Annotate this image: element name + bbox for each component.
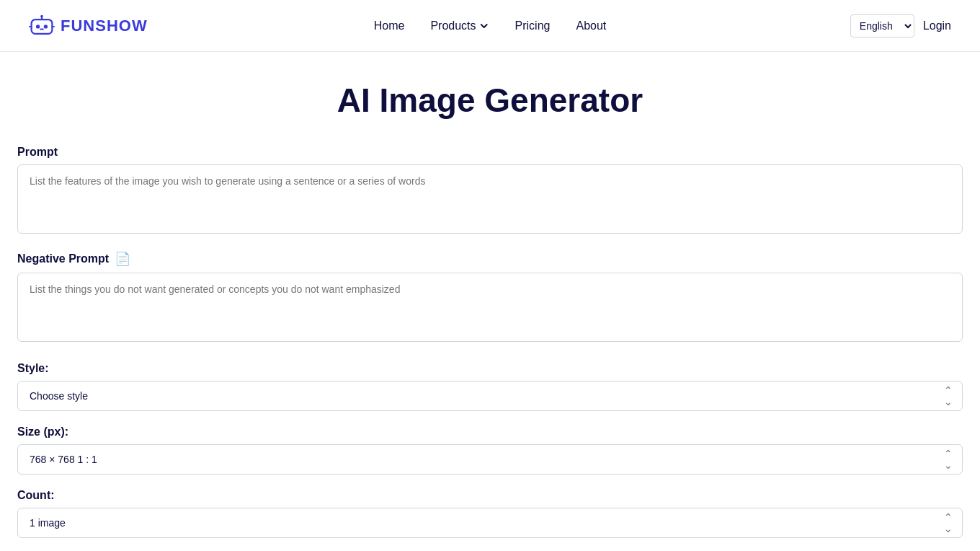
size-select-wrapper: 768 × 768 1 : 1 512 × 512 1 : 1 768 × 51…: [17, 444, 963, 475]
doc-icon: 📄: [115, 251, 130, 267]
nav-about[interactable]: About: [576, 19, 606, 32]
prompt-textarea[interactable]: [17, 164, 963, 234]
style-select[interactable]: Choose style Realistic Anime Painting Sk…: [17, 381, 963, 411]
nav-pricing[interactable]: Pricing: [515, 19, 551, 32]
page-title: AI Image Generator: [17, 81, 963, 120]
negative-prompt-textarea[interactable]: [17, 273, 963, 342]
svg-point-5: [40, 14, 43, 17]
logo-link[interactable]: FUNSHOW: [29, 13, 148, 39]
style-select-wrapper: Choose style Realistic Anime Painting Sk…: [17, 381, 963, 411]
svg-rect-0: [32, 19, 53, 34]
navbar: FUNSHOW Home Products Pricing About Engl…: [0, 0, 980, 52]
generator-form: Prompt Negative Prompt 📄 Style: Choose s…: [17, 146, 963, 551]
brand-name: FUNSHOW: [61, 17, 148, 35]
style-label: Style:: [17, 362, 963, 375]
svg-rect-3: [40, 28, 43, 30]
language-select[interactable]: English 中文 日本語 Español: [850, 14, 914, 38]
negative-prompt-label: Negative Prompt 📄: [17, 251, 963, 267]
main-content: AI Image Generator Prompt Negative Promp…: [0, 52, 980, 551]
nav-links: Home Products Pricing About: [374, 19, 607, 32]
svg-point-2: [44, 25, 48, 28]
size-label: Size (px):: [17, 426, 963, 438]
nav-right: English 中文 日本語 Español Login: [850, 14, 951, 38]
svg-point-1: [36, 25, 40, 28]
count-select-wrapper: 1 image 2 images 3 images 4 images ⌃⌄: [17, 508, 963, 538]
nav-products[interactable]: Products: [430, 19, 489, 32]
count-label: Count:: [17, 489, 963, 502]
count-select[interactable]: 1 image 2 images 3 images 4 images: [17, 508, 963, 538]
prompt-label: Prompt: [17, 146, 963, 159]
nav-home[interactable]: Home: [374, 19, 405, 32]
chevron-down-icon: [479, 21, 489, 31]
login-link[interactable]: Login: [923, 19, 951, 32]
size-select[interactable]: 768 × 768 1 : 1 512 × 512 1 : 1 768 × 51…: [17, 444, 963, 475]
logo-icon: [29, 13, 55, 39]
